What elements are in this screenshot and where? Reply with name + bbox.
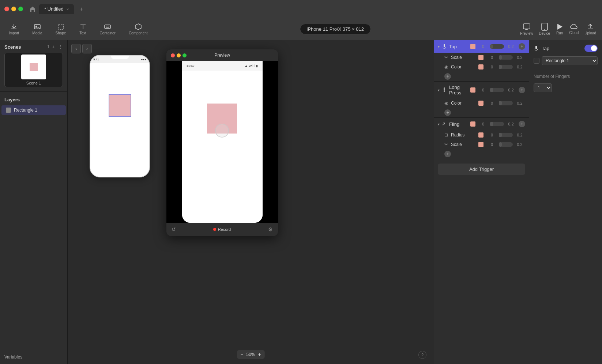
- preview-bottom-bar: ↺ Record ⚙: [166, 223, 278, 236]
- scenes-count: 1: [47, 44, 50, 49]
- tap-slider[interactable]: [490, 44, 504, 49]
- preview-maximize[interactable]: [183, 53, 187, 57]
- maximize-button[interactable]: [18, 7, 23, 11]
- fling-num1: 0: [478, 122, 489, 126]
- fling-scale-num2: 0.2: [514, 142, 525, 147]
- preview-refresh-button[interactable]: ↺: [172, 226, 176, 232]
- phone-signal: ●●●: [141, 58, 147, 61]
- add-trigger-button[interactable]: Add Trigger: [438, 164, 525, 175]
- zoom-out-button[interactable]: −: [240, 352, 243, 357]
- fling-radius-item[interactable]: ⊡ Radius 0 0.2: [434, 130, 529, 140]
- long-press-trigger-header[interactable]: ▾ Long Press 0 0.2 +: [434, 82, 529, 98]
- phone-frame: 9:41 ●●●: [90, 55, 150, 177]
- layer-item-rectangle[interactable]: Rectangle 1: [1, 105, 66, 115]
- scene-options-button[interactable]: ⋮: [58, 44, 63, 50]
- preview-screen[interactable]: [182, 71, 263, 223]
- tap-color-item[interactable]: ◉ Color 0 0.2: [434, 62, 529, 72]
- device-icon: [541, 23, 548, 31]
- component-button[interactable]: Component: [126, 22, 151, 37]
- fling-gesture-icon: [442, 121, 447, 127]
- preview-button[interactable]: Preview: [520, 23, 533, 35]
- radius-color-swatch: [478, 132, 484, 138]
- zoom-bar: − 50% +: [237, 350, 264, 359]
- fling-sub-add-button[interactable]: +: [444, 151, 451, 157]
- lp-color-num2: 0.2: [514, 101, 525, 105]
- scale-nums: 0 0.2: [486, 55, 525, 60]
- tap-toggle-knob: [591, 45, 597, 51]
- scale-slider[interactable]: [499, 55, 513, 60]
- radius-slider[interactable]: [499, 133, 513, 137]
- record-dot: [213, 228, 216, 231]
- prop-fingers-select[interactable]: 1: [534, 83, 552, 92]
- preview-minimize[interactable]: [177, 53, 181, 57]
- fling-trigger-header[interactable]: ▾ Fling 0 0.2 +: [434, 118, 529, 130]
- long-press-trigger-nums: 0 0.2: [478, 88, 516, 92]
- device-button[interactable]: Device: [539, 23, 550, 35]
- tap-toggle[interactable]: [584, 45, 598, 52]
- color-slider[interactable]: [499, 65, 513, 69]
- lp-color-slider[interactable]: [499, 101, 513, 105]
- zoom-in-button[interactable]: +: [258, 352, 261, 357]
- triggers-panel: ▾ Tap 0 0.2 + ✂ Scale 0 0.2: [434, 40, 529, 364]
- close-button[interactable]: [4, 7, 9, 11]
- tap-collapse-icon[interactable]: ▾: [438, 45, 440, 49]
- tap-trigger-group: ▾ Tap 0 0.2 + ✂ Scale 0 0.2: [434, 40, 529, 82]
- tap-scale-item[interactable]: ✂ Scale 0 0.2: [434, 53, 529, 62]
- fling-collapse-icon[interactable]: ▾: [438, 122, 440, 126]
- scale-num2: 0.2: [514, 55, 525, 60]
- fling-scale-item[interactable]: ✂ Scale 0 0.2: [434, 140, 529, 149]
- tap-trigger-name: Tap: [449, 44, 468, 49]
- phone-rect[interactable]: [109, 94, 131, 117]
- fling-add-button[interactable]: +: [519, 121, 525, 127]
- tab-close-button[interactable]: ×: [67, 7, 69, 11]
- container-button[interactable]: Container: [97, 22, 118, 37]
- svg-rect-5: [523, 24, 530, 29]
- phone-screen[interactable]: [90, 63, 149, 177]
- scenes-actions: + ⋮: [52, 44, 63, 50]
- tap-num2: 0.2: [505, 44, 516, 49]
- variables-bar[interactable]: Variables: [0, 350, 67, 364]
- tab-title: * Untitled: [44, 6, 64, 12]
- long-press-color-item[interactable]: ◉ Color 0 0.2: [434, 98, 529, 108]
- run-button[interactable]: Run: [556, 23, 563, 35]
- prop-target-select[interactable]: Rectangle 1: [542, 56, 598, 65]
- canvas-nav: ‹ ›: [71, 44, 92, 53]
- tap-trigger-header[interactable]: ▾ Tap 0 0.2 +: [434, 40, 529, 53]
- long-press-sub-add-button[interactable]: +: [444, 109, 451, 116]
- add-tab-button[interactable]: +: [77, 4, 86, 14]
- media-button[interactable]: Media: [29, 22, 45, 37]
- shape-button[interactable]: Shape: [53, 22, 69, 37]
- long-press-add-button[interactable]: +: [519, 87, 525, 93]
- add-scene-button[interactable]: +: [52, 44, 55, 50]
- tap-sub-add-button[interactable]: +: [444, 73, 451, 80]
- text-button[interactable]: Text: [76, 22, 90, 37]
- long-press-collapse-icon[interactable]: ▾: [438, 88, 440, 92]
- upload-icon: [587, 23, 594, 30]
- minimize-button[interactable]: [11, 7, 16, 11]
- device-badge[interactable]: iPhone 11 Pro/X 375 × 812: [300, 24, 371, 34]
- layers-title: Layers: [4, 97, 20, 102]
- preview-close[interactable]: [171, 53, 175, 57]
- active-tab[interactable]: * Untitled ×: [39, 4, 74, 14]
- radius-label: Radius: [451, 132, 475, 138]
- long-press-color-swatch: [470, 87, 475, 93]
- record-button[interactable]: Record: [213, 227, 231, 232]
- main-layout: Scenes 1 + ⋮ Scene 1 Layers Rectangle 1 …: [0, 40, 602, 364]
- container-icon: [104, 23, 111, 30]
- scene-thumbnail[interactable]: Scene 1: [4, 53, 63, 87]
- import-button[interactable]: Import: [6, 22, 22, 37]
- preview-window: Preview 11:47 ▲ WiFi ▮: [166, 49, 278, 236]
- long-press-slider[interactable]: [490, 88, 504, 92]
- tap-add-button[interactable]: +: [519, 43, 525, 50]
- upload-button[interactable]: Upload: [584, 23, 596, 35]
- text-icon: [79, 23, 87, 30]
- fling-scale-slider[interactable]: [499, 142, 513, 147]
- fling-slider[interactable]: [490, 122, 504, 126]
- component-label: Component: [129, 31, 148, 35]
- nav-forward-button[interactable]: ›: [82, 44, 92, 53]
- nav-back-button[interactable]: ‹: [71, 44, 81, 53]
- help-button[interactable]: ?: [418, 351, 426, 359]
- preview-settings-button[interactable]: ⚙: [268, 226, 273, 232]
- cloud-button[interactable]: Cloud: [569, 23, 579, 35]
- radius-icon: ⊡: [444, 132, 448, 138]
